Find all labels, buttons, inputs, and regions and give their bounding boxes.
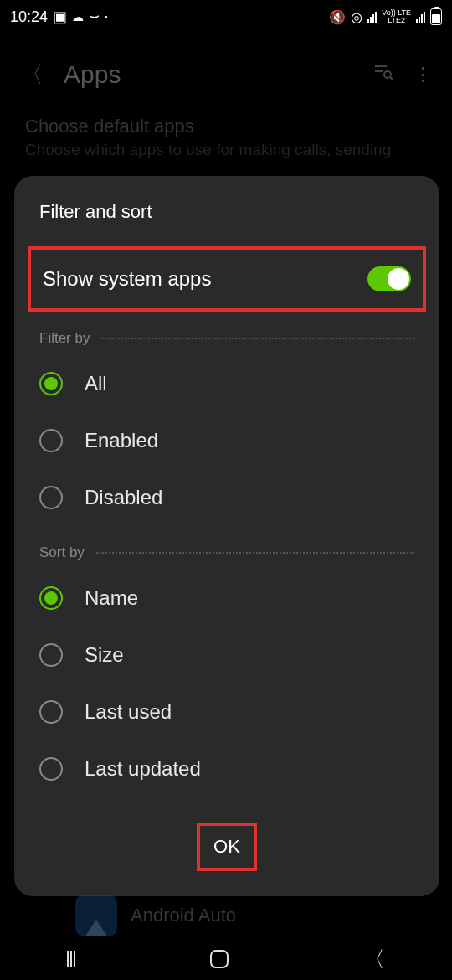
recents-button[interactable]	[67, 951, 75, 967]
svg-line-3	[390, 77, 393, 80]
filter-sort-dialog: Filter and sort Show system apps Filter …	[14, 176, 439, 896]
network-label: Vo)) LTELTE2	[382, 9, 411, 24]
radio-label: Disabled	[85, 486, 162, 509]
dialog-actions: OK	[39, 823, 414, 871]
radio-label: Last updated	[85, 757, 201, 781]
more-icon[interactable]: ⋮	[413, 64, 432, 85]
app-list-item[interactable]: Android Auto	[75, 895, 236, 936]
dialog-title: Filter and sort	[39, 201, 414, 223]
page-title: Apps	[64, 60, 353, 89]
radio-icon	[39, 372, 63, 395]
app-name: Android Auto	[131, 905, 236, 926]
more-notifications-icon: •	[105, 13, 108, 22]
filter-by-label: Filter by	[39, 330, 90, 347]
radio-icon	[39, 643, 63, 667]
show-system-apps-toggle[interactable]	[367, 266, 411, 291]
filter-option-enabled[interactable]: Enabled	[39, 412, 414, 469]
radio-icon	[39, 586, 63, 610]
filter-option-all[interactable]: All	[39, 355, 414, 412]
sort-option-last-updated[interactable]: Last updated	[39, 740, 414, 797]
radio-icon	[39, 757, 63, 781]
sort-by-header: Sort by	[39, 544, 414, 561]
back-button[interactable]: 〈	[363, 945, 385, 974]
ok-button[interactable]: OK	[197, 823, 257, 871]
mute-icon: 🔇	[329, 9, 346, 25]
sort-by-label: Sort by	[39, 544, 85, 561]
search-icon[interactable]	[373, 62, 393, 87]
filter-by-header: Filter by	[39, 330, 414, 347]
sort-option-size[interactable]: Size	[39, 627, 414, 683]
radio-label: Enabled	[85, 429, 158, 452]
section-subtitle: Choose default apps	[0, 90, 452, 137]
radio-label: Last used	[85, 700, 172, 724]
home-button[interactable]	[210, 950, 229, 968]
radio-label: Name	[85, 586, 138, 610]
sort-option-name[interactable]: Name	[39, 570, 414, 627]
page-header: 〈 Apps ⋮	[0, 34, 452, 90]
notification-dot-icon: ⌣	[89, 6, 100, 25]
show-system-apps-label: Show system apps	[43, 267, 211, 291]
radio-label: All	[85, 372, 107, 395]
navigation-bar: 〈	[0, 938, 452, 980]
android-auto-icon	[75, 895, 117, 936]
radio-icon	[39, 429, 63, 452]
gallery-icon: ▣	[53, 8, 67, 26]
svg-point-2	[384, 71, 391, 78]
radio-icon	[39, 486, 63, 509]
signal-icon-1	[367, 11, 377, 23]
status-bar: 10:24 ▣ ☁ ⌣ • 🔇 ◎ Vo)) LTELTE2	[0, 0, 452, 34]
battery-icon	[430, 8, 442, 25]
hotspot-icon: ◎	[351, 9, 362, 25]
divider	[101, 338, 414, 339]
clock: 10:24	[10, 8, 48, 26]
sort-option-last-used[interactable]: Last used	[39, 683, 414, 740]
back-icon[interactable]: 〈	[20, 59, 44, 90]
show-system-apps-row[interactable]: Show system apps	[28, 246, 426, 312]
section-description: Choose which apps to use for making call…	[0, 137, 452, 159]
radio-icon	[39, 700, 63, 724]
toggle-handle	[388, 268, 409, 290]
divider	[96, 552, 414, 554]
filter-option-disabled[interactable]: Disabled	[39, 469, 414, 526]
status-left: 10:24 ▣ ☁ ⌣ •	[10, 8, 108, 27]
signal-icon-2	[416, 11, 425, 23]
status-right: 🔇 ◎ Vo)) LTELTE2	[329, 8, 442, 25]
weather-icon: ☁	[72, 10, 84, 23]
radio-label: Size	[85, 643, 124, 667]
